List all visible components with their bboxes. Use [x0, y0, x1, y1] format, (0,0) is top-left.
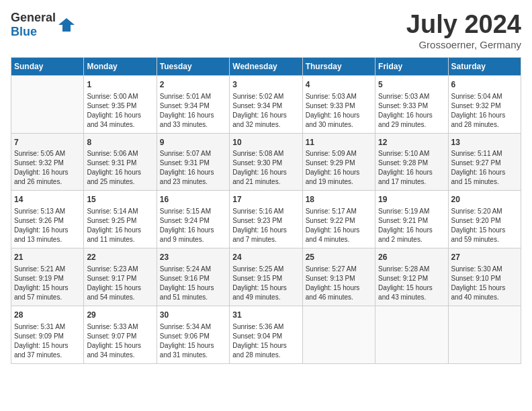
calendar-cell — [11, 75, 84, 133]
day-info: Sunrise: 5:15 AM Sunset: 9:24 PM Dayligh… — [160, 207, 226, 244]
calendar-cell: 26Sunrise: 5:28 AM Sunset: 9:12 PM Dayli… — [375, 248, 448, 306]
day-info: Sunrise: 5:08 AM Sunset: 9:30 PM Dayligh… — [232, 149, 299, 187]
day-number: 20 — [451, 194, 518, 205]
day-info: Sunrise: 5:36 AM Sunset: 9:04 PM Dayligh… — [232, 322, 299, 360]
svg-marker-0 — [58, 18, 75, 32]
day-info: Sunrise: 5:04 AM Sunset: 9:32 PM Dayligh… — [451, 92, 518, 130]
day-info: Sunrise: 5:02 AM Sunset: 9:34 PM Dayligh… — [232, 92, 299, 130]
logo-text: General Blue — [11, 11, 56, 39]
calendar-cell: 1Sunrise: 5:00 AM Sunset: 9:35 PM Daylig… — [84, 75, 157, 133]
calendar-cell: 7Sunrise: 5:05 AM Sunset: 9:32 PM Daylig… — [11, 133, 84, 191]
calendar-week-row: 28Sunrise: 5:31 AM Sunset: 9:09 PM Dayli… — [11, 306, 521, 363]
logo-icon — [57, 15, 76, 34]
day-info: Sunrise: 5:14 AM Sunset: 9:25 PM Dayligh… — [87, 207, 153, 244]
day-info: Sunrise: 5:11 AM Sunset: 9:27 PM Dayligh… — [451, 149, 518, 187]
day-number: 15 — [87, 194, 153, 205]
day-number: 30 — [160, 310, 226, 321]
day-number: 26 — [378, 252, 445, 263]
day-info: Sunrise: 5:23 AM Sunset: 9:17 PM Dayligh… — [87, 265, 153, 302]
day-number: 19 — [378, 194, 445, 205]
day-number: 24 — [232, 252, 299, 263]
weekday-header: Wednesday — [230, 57, 302, 75]
calendar-week-row: 14Sunrise: 5:13 AM Sunset: 9:26 PM Dayli… — [11, 191, 521, 248]
day-number: 31 — [232, 310, 299, 321]
calendar-cell — [302, 306, 375, 363]
calendar-cell: 30Sunrise: 5:34 AM Sunset: 9:06 PM Dayli… — [157, 306, 229, 363]
day-number: 27 — [451, 252, 518, 263]
day-info: Sunrise: 5:09 AM Sunset: 9:29 PM Dayligh… — [306, 149, 372, 187]
day-info: Sunrise: 5:27 AM Sunset: 9:13 PM Dayligh… — [306, 265, 372, 302]
calendar-cell: 18Sunrise: 5:17 AM Sunset: 9:22 PM Dayli… — [302, 191, 375, 248]
title-block: July 2024 Grossoerner, Germany — [406, 11, 521, 50]
day-info: Sunrise: 5:16 AM Sunset: 9:23 PM Dayligh… — [232, 207, 299, 244]
logo-blue: Blue — [11, 25, 37, 38]
day-number: 13 — [451, 137, 518, 148]
day-info: Sunrise: 5:20 AM Sunset: 9:20 PM Dayligh… — [451, 207, 518, 244]
calendar-cell: 23Sunrise: 5:24 AM Sunset: 9:16 PM Dayli… — [157, 248, 229, 306]
day-number: 3 — [232, 79, 299, 91]
month-title: July 2024 — [406, 11, 521, 39]
day-number: 4 — [306, 79, 372, 91]
calendar-cell: 11Sunrise: 5:09 AM Sunset: 9:29 PM Dayli… — [302, 133, 375, 191]
calendar-cell: 28Sunrise: 5:31 AM Sunset: 9:09 PM Dayli… — [11, 306, 84, 363]
weekday-header: Saturday — [448, 57, 521, 75]
calendar-cell: 14Sunrise: 5:13 AM Sunset: 9:26 PM Dayli… — [11, 191, 84, 248]
logo-general: General — [11, 11, 56, 24]
day-number: 11 — [306, 137, 372, 148]
calendar-cell: 13Sunrise: 5:11 AM Sunset: 9:27 PM Dayli… — [448, 133, 521, 191]
calendar-cell: 29Sunrise: 5:33 AM Sunset: 9:07 PM Dayli… — [84, 306, 157, 363]
calendar-week-row: 1Sunrise: 5:00 AM Sunset: 9:35 PM Daylig… — [11, 75, 521, 133]
calendar-cell: 19Sunrise: 5:19 AM Sunset: 9:21 PM Dayli… — [375, 191, 448, 248]
calendar-table: SundayMondayTuesdayWednesdayThursdayFrid… — [11, 57, 521, 364]
day-info: Sunrise: 5:25 AM Sunset: 9:15 PM Dayligh… — [232, 265, 299, 302]
calendar-cell: 24Sunrise: 5:25 AM Sunset: 9:15 PM Dayli… — [230, 248, 302, 306]
day-number: 5 — [378, 79, 445, 91]
day-info: Sunrise: 5:24 AM Sunset: 9:16 PM Dayligh… — [160, 265, 226, 302]
day-number: 8 — [87, 137, 153, 148]
calendar-cell: 9Sunrise: 5:07 AM Sunset: 9:31 PM Daylig… — [157, 133, 229, 191]
calendar-cell: 10Sunrise: 5:08 AM Sunset: 9:30 PM Dayli… — [230, 133, 302, 191]
day-info: Sunrise: 5:19 AM Sunset: 9:21 PM Dayligh… — [378, 207, 445, 244]
calendar-cell: 6Sunrise: 5:04 AM Sunset: 9:32 PM Daylig… — [448, 75, 521, 133]
calendar-cell: 4Sunrise: 5:03 AM Sunset: 9:33 PM Daylig… — [302, 75, 375, 133]
day-number: 16 — [160, 194, 226, 205]
day-info: Sunrise: 5:21 AM Sunset: 9:19 PM Dayligh… — [14, 265, 81, 302]
day-number: 21 — [14, 252, 81, 263]
weekday-header: Sunday — [11, 57, 84, 75]
day-number: 9 — [160, 137, 226, 148]
calendar-cell: 2Sunrise: 5:01 AM Sunset: 9:34 PM Daylig… — [157, 75, 229, 133]
day-info: Sunrise: 5:06 AM Sunset: 9:31 PM Dayligh… — [87, 149, 153, 187]
day-number: 17 — [232, 194, 299, 205]
weekday-header: Friday — [375, 57, 448, 75]
calendar-cell: 27Sunrise: 5:30 AM Sunset: 9:10 PM Dayli… — [448, 248, 521, 306]
day-number: 23 — [160, 252, 226, 263]
calendar-cell — [375, 306, 448, 363]
day-info: Sunrise: 5:33 AM Sunset: 9:07 PM Dayligh… — [87, 322, 153, 360]
day-number: 29 — [87, 310, 153, 321]
calendar-cell: 22Sunrise: 5:23 AM Sunset: 9:17 PM Dayli… — [84, 248, 157, 306]
logo: General Blue — [11, 11, 76, 39]
weekday-header: Thursday — [302, 57, 375, 75]
day-info: Sunrise: 5:05 AM Sunset: 9:32 PM Dayligh… — [14, 149, 81, 187]
weekday-header: Monday — [84, 57, 157, 75]
day-info: Sunrise: 5:07 AM Sunset: 9:31 PM Dayligh… — [160, 149, 226, 187]
calendar-week-row: 21Sunrise: 5:21 AM Sunset: 9:19 PM Dayli… — [11, 248, 521, 306]
day-number: 7 — [14, 137, 81, 148]
day-number: 10 — [232, 137, 299, 148]
day-info: Sunrise: 5:10 AM Sunset: 9:28 PM Dayligh… — [378, 149, 445, 187]
day-number: 12 — [378, 137, 445, 148]
page-header: General Blue July 2024 Grossoerner, Germ… — [11, 11, 521, 50]
day-info: Sunrise: 5:01 AM Sunset: 9:34 PM Dayligh… — [160, 92, 226, 130]
calendar-cell — [448, 306, 521, 363]
calendar-cell: 3Sunrise: 5:02 AM Sunset: 9:34 PM Daylig… — [230, 75, 302, 133]
day-number: 6 — [451, 79, 518, 91]
location-title: Grossoerner, Germany — [406, 39, 521, 50]
calendar-cell: 12Sunrise: 5:10 AM Sunset: 9:28 PM Dayli… — [375, 133, 448, 191]
calendar-cell: 16Sunrise: 5:15 AM Sunset: 9:24 PM Dayli… — [157, 191, 229, 248]
day-number: 28 — [14, 310, 81, 321]
weekday-header: Tuesday — [157, 57, 229, 75]
weekday-header-row: SundayMondayTuesdayWednesdayThursdayFrid… — [11, 57, 521, 75]
day-info: Sunrise: 5:00 AM Sunset: 9:35 PM Dayligh… — [87, 92, 153, 130]
calendar-cell: 31Sunrise: 5:36 AM Sunset: 9:04 PM Dayli… — [230, 306, 302, 363]
day-number: 14 — [14, 194, 81, 205]
